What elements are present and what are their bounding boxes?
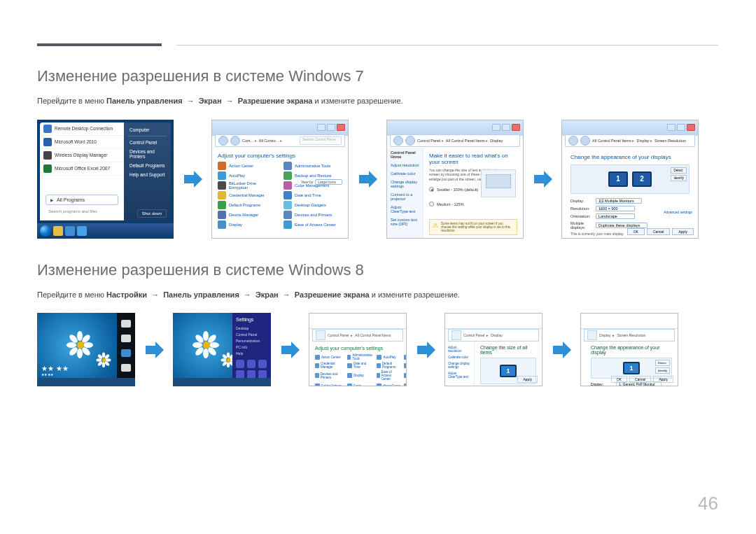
path-seg-2: Экран <box>199 97 222 105</box>
page-content: Изменение разрешения в системе Windows 7… <box>37 67 718 409</box>
cp-item: Administrative Tools <box>284 162 342 170</box>
cp-item: Device Manager <box>404 362 407 369</box>
cp-item: Devices and Printers <box>315 370 344 381</box>
cp-item: Fonts <box>347 382 373 386</box>
breadcrumb: Cont... <box>242 139 257 143</box>
warning-banner: Some items may not fit on your screen if… <box>429 219 517 235</box>
instr-prefix: Перейдите в меню <box>37 290 106 299</box>
cp-header: Adjust your computer's settings <box>218 153 342 159</box>
all-programs: All Programs <box>46 195 118 205</box>
header-divider <box>176 45 718 45</box>
cp-item: Date and Time <box>347 362 373 369</box>
path-seg-3: Экран <box>255 290 279 299</box>
win8-resolution-thumb: Display ▸ Screen Resolution Change the a… <box>580 313 678 386</box>
win7-instruction: Перейдите в меню Панель управления → Экр… <box>37 95 718 107</box>
instr-suffix: и измените разрешение. <box>315 97 403 105</box>
start-item: Microsoft Word 2010 <box>55 139 97 144</box>
breadcrumb: All Contro... <box>259 139 282 143</box>
arrow-right-icon <box>356 168 379 190</box>
cp-item: Action Center <box>218 162 276 170</box>
arrow-right-icon <box>181 168 204 190</box>
apply-button: Apply <box>672 228 694 235</box>
win7-taskbar <box>37 223 174 239</box>
win8-control-panel-thumb: Control Panel ▸ All Control Panel Items … <box>309 313 407 386</box>
path-seg-3: Разрешение экрана <box>238 97 313 105</box>
start-icon <box>121 349 131 357</box>
cp-item: Device Manager <box>218 211 276 219</box>
cp-item: Devices and Printers <box>284 211 342 219</box>
ok-button: OK <box>627 228 645 235</box>
start-right-item: Control Panel <box>124 138 171 147</box>
cp-item: Display <box>347 370 373 381</box>
arrow-right-icon <box>550 339 573 361</box>
win7-heading: Изменение разрешения в системе Windows 7 <box>37 67 718 85</box>
cp-item: Display <box>218 220 276 229</box>
win7-control-panel-thumb: Cont... All Contro... Search Control Pan… <box>211 120 349 239</box>
win7-display-panel-thumb: Control Panel All Control Panel Items Di… <box>386 120 524 239</box>
arrow-separator: → <box>244 290 251 299</box>
dp-heading: Make it easier to read what's on your sc… <box>429 153 517 165</box>
path-seg-1: Панель управления <box>106 97 183 105</box>
instr-suffix: и измените разрешение. <box>372 290 460 299</box>
start-right-item: Help and Support <box>124 170 171 179</box>
cp-item: File History <box>404 370 407 381</box>
start-orb-icon <box>40 225 51 237</box>
arrow-separator: → <box>151 290 159 299</box>
win8-screenshot-row: ★★ ★★★★ ★★ Settings Desktop <box>37 313 718 386</box>
display-preview-icon <box>481 169 516 197</box>
cp-item: HomeGroup <box>377 382 400 386</box>
radio-icon <box>429 202 434 206</box>
arrow-separator: → <box>187 97 195 105</box>
cancel-button: Cancel <box>647 228 671 235</box>
instr-prefix: Перейдите в меню <box>37 97 106 105</box>
start-search: Search programs and files <box>44 208 120 218</box>
arrow-right-icon <box>531 168 554 190</box>
win7-resolution-thumb: All Control Panel Items Display Screen R… <box>561 120 699 239</box>
page-number: 46 <box>698 493 718 514</box>
devices-icon <box>121 364 131 372</box>
win8-heading: Изменение разрешения в системе Windows 8 <box>37 261 718 279</box>
start-right-item: Devices and Printers <box>124 147 171 161</box>
cp-item: Administrative Tools <box>347 353 373 360</box>
start-item: Remote Desktop Connection <box>55 126 113 131</box>
win8-settings-pane: Settings Desktop Control Panel Personali… <box>232 313 271 386</box>
arrow-right-icon <box>279 339 301 361</box>
cancel-button: Cancel <box>629 376 652 383</box>
search-input: Search Control Panel <box>300 136 342 145</box>
arrow-right-icon <box>143 339 165 361</box>
apply-button: Apply <box>653 376 673 383</box>
ok-button: OK <box>611 376 627 383</box>
win8-instruction: Перейдите в меню Настройки → Панель упра… <box>37 289 718 301</box>
arrow-separator: → <box>283 290 290 299</box>
path-seg-2: Панель управления <box>163 290 239 299</box>
cp-item: Ease of Access Center <box>284 220 342 229</box>
display-diagram: 12 DetectIdentify <box>570 164 690 194</box>
cp-item: Indexing Options <box>404 382 407 386</box>
start-right-item: Default Programs <box>124 161 171 170</box>
cp-item: Color Management <box>404 353 407 360</box>
viewby-label: View by: <box>301 180 314 184</box>
start-item: Wireless Display Manager <box>55 153 108 157</box>
cp-item: BitLocker Drive Encryption <box>218 181 276 190</box>
cp-item: Credential Manager <box>315 362 344 369</box>
cp-item: Default Programs <box>218 201 276 209</box>
win8-charms-bar <box>117 313 135 386</box>
cp-item: Folder Options <box>315 382 344 386</box>
win7-screenshot-row: Remote Desktop Connection Microsoft Word… <box>37 120 718 239</box>
win7-start-menu-thumb: Remote Desktop Connection Microsoft Word… <box>37 120 174 239</box>
arrow-right-icon <box>414 339 437 361</box>
cp-item: AutoPlay <box>377 353 400 360</box>
cp-item: Date and Time <box>284 191 342 199</box>
res-heading: Change the appearance of your displays <box>570 154 690 160</box>
cp-item: Credential Manager <box>218 191 276 199</box>
cp-item: Desktop Gadgets <box>284 201 342 209</box>
radio-icon <box>429 187 434 192</box>
cp-item: AutoPlay <box>218 171 276 180</box>
shutdown-button: Shut down <box>137 209 167 218</box>
header-accent-bar <box>37 43 162 46</box>
path-seg-4: Разрешение экрана <box>295 290 370 299</box>
cp-item: Default Programs <box>377 362 400 369</box>
search-icon <box>121 320 131 328</box>
win8-desktop-charms-thumb: ★★ ★★★★ ★★ <box>37 313 135 386</box>
share-icon <box>121 335 131 342</box>
